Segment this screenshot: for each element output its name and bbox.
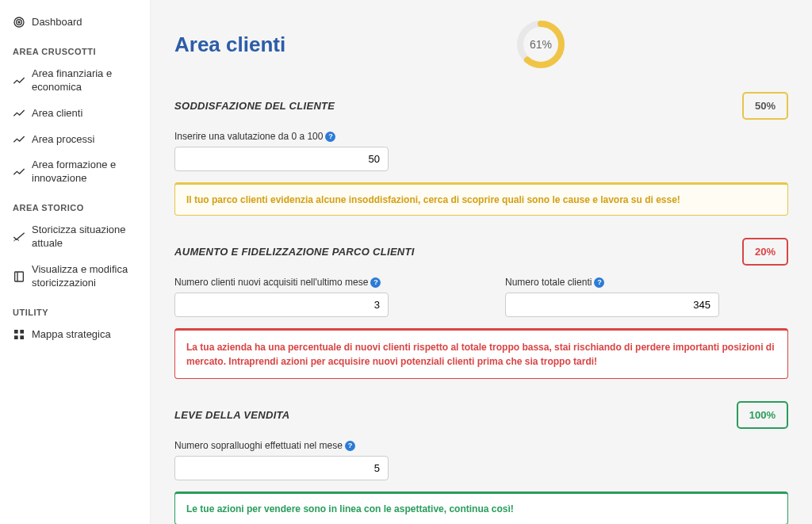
section-title-soddisfazione: SODDISFAZIONE DEL CLIENTE [174,100,335,112]
sidebar-item-label: Area formazione e innovazione [32,159,137,186]
field-label-totale-clienti: Numero totale clienti ? [505,277,788,288]
sidebar-item-label: Mappa strategica [32,328,111,342]
chart-line-icon [13,75,25,87]
chart-line-icon [13,133,25,146]
svg-rect-3 [15,272,24,281]
sidebar-item-mappa[interactable]: Mappa strategica [0,322,150,348]
main-content: Area clienti 61% SODDISFAZIONE DEL CLIEN… [151,0,812,524]
section-title-aumento: AUMENTO E FIDELIZZAZIONE PARCO CLIENTI [174,246,415,258]
badge-aumento: 20% [742,238,788,266]
check-chart-icon [13,231,25,243]
sidebar-item-clienti[interactable]: Area clienti [0,101,150,127]
gauge-percent: 61% [530,38,552,51]
sidebar-item-processi[interactable]: Area processi [0,127,150,153]
sidebar-item-formazione[interactable]: Area formazione e innovazione [0,152,150,192]
sidebar-section-utility: UTILITY [0,296,150,322]
badge-soddisfazione: 50% [742,92,788,120]
input-valutazione[interactable] [174,147,389,171]
sidebar-item-label: Visualizza e modifica storicizzazioni [32,263,137,290]
field-label-nuovi-clienti: Numero clienti nuovi acquisiti nell'ulti… [174,277,458,288]
sidebar-item-label: Dashboard [32,16,82,29]
chart-line-icon [13,107,25,120]
sidebar-item-label: Area processi [32,133,94,147]
sidebar-item-label: Area clienti [32,107,82,120]
svg-rect-5 [14,330,18,334]
svg-rect-8 [20,336,24,340]
target-icon [13,16,25,29]
svg-rect-6 [20,330,24,334]
field-label-valutazione: Inserire una valutazione da 0 a 100 ? [174,131,492,142]
input-totale-clienti[interactable] [505,293,719,317]
field-label-sopralluoghi: Numero sopralluoghi effettuati nel mese … [174,440,492,451]
alert-leve: Le tue azioni per vendere sono in linea … [174,491,788,524]
section-soddisfazione: SODDISFAZIONE DEL CLIENTE 50% Inserire u… [174,92,788,216]
sidebar-section-storico: AREA STORICO [0,192,150,217]
section-leve: LEVE DELLA VENDITA 100% Numero sopralluo… [174,401,788,524]
book-icon [13,270,25,283]
sidebar-item-label: Area finanziaria e economica [32,67,137,94]
overall-gauge: 61% [515,19,566,70]
help-icon[interactable]: ? [370,277,381,288]
section-title-leve: LEVE DELLA VENDITA [174,409,290,421]
badge-leve: 100% [737,401,788,429]
chart-line-icon [13,166,25,178]
input-nuovi-clienti[interactable] [174,293,389,317]
help-icon[interactable]: ? [325,132,335,142]
page-title: Area clienti [174,33,515,57]
input-sopralluoghi[interactable] [174,456,389,480]
alert-aumento: La tua azienda ha una percentuale di nuo… [174,328,788,379]
sidebar: Dashboard AREA CRUSCOTTI Area finanziari… [0,0,151,524]
svg-point-2 [18,21,20,23]
grid-icon [13,328,25,341]
sidebar-section-cruscotti: AREA CRUSCOTTI [0,36,150,61]
help-icon[interactable]: ? [594,277,604,288]
sidebar-item-visualizza[interactable]: Visualizza e modifica storicizzazioni [0,257,150,296]
svg-rect-7 [14,336,18,340]
alert-soddisfazione: Il tuo parco clienti evidenzia alcune in… [174,182,788,216]
sidebar-item-storicizza[interactable]: Storicizza situazione attuale [0,217,150,257]
help-icon[interactable]: ? [345,441,355,451]
sidebar-item-finanziaria[interactable]: Area finanziaria e economica [0,61,150,101]
page-header: Area clienti 61% [174,19,788,70]
sidebar-item-label: Storicizza situazione attuale [32,224,137,251]
section-aumento: AUMENTO E FIDELIZZAZIONE PARCO CLIENTI 2… [174,238,788,379]
sidebar-item-dashboard[interactable]: Dashboard [0,10,150,36]
